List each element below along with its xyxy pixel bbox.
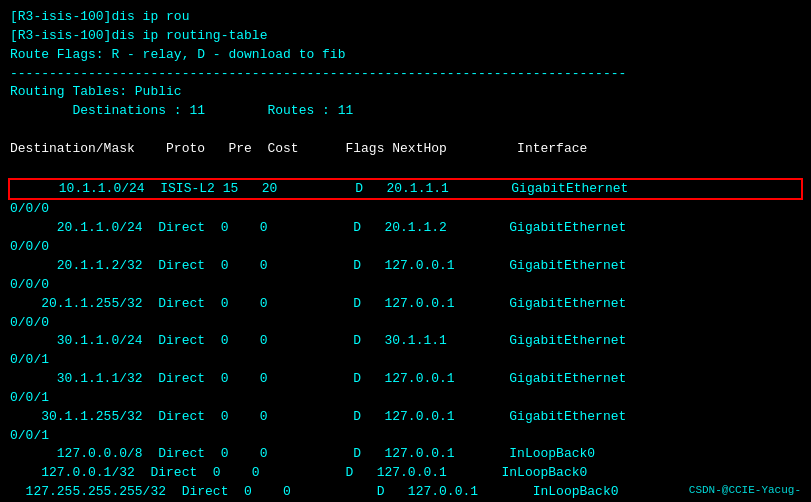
table-header: Destination/Mask Proto Pre Cost Flags Ne…: [10, 140, 801, 159]
terminal-line: [R3-isis-100]dis ip rou: [10, 8, 801, 27]
terminal-line: 0/0/0: [10, 314, 801, 333]
terminal-line: 30.1.1.1/32 Direct 0 0 D 127.0.0.1 Gigab…: [10, 370, 801, 389]
terminal-line: Destinations : 11 Routes : 11: [10, 102, 801, 121]
terminal-content: [R3-isis-100]dis ip rou[R3-isis-100]dis …: [10, 8, 801, 502]
terminal-line: 0/0/0: [10, 238, 801, 257]
terminal-line: 30.1.1.255/32 Direct 0 0 D 127.0.0.1 Gig…: [10, 408, 801, 427]
watermark: CSDN-@CCIE-Yacug-: [689, 484, 801, 496]
terminal-line: 127.255.255.255/32 Direct 0 0 D 127.0.0.…: [10, 483, 801, 502]
terminal-line: ----------------------------------------…: [10, 65, 801, 84]
terminal-line: 30.1.1.0/24 Direct 0 0 D 30.1.1.1 Gigabi…: [10, 332, 801, 351]
terminal-line: Routing Tables: Public: [10, 83, 801, 102]
terminal-line: [R3-isis-100]dis ip routing-table: [10, 27, 801, 46]
terminal-line: 0/0/0: [10, 200, 801, 219]
terminal-line: 0/0/1: [10, 389, 801, 408]
terminal-line: 20.1.1.255/32 Direct 0 0 D 127.0.0.1 Gig…: [10, 295, 801, 314]
terminal-line: 20.1.1.2/32 Direct 0 0 D 127.0.0.1 Gigab…: [10, 257, 801, 276]
terminal-line: 0/0/1: [10, 351, 801, 370]
terminal-window: [R3-isis-100]dis ip rou[R3-isis-100]dis …: [0, 0, 811, 502]
terminal-line: 0/0/1: [10, 427, 801, 446]
terminal-line: 20.1.1.0/24 Direct 0 0 D 20.1.1.2 Gigabi…: [10, 219, 801, 238]
terminal-line: 127.0.0.1/32 Direct 0 0 D 127.0.0.1 InLo…: [10, 464, 801, 483]
terminal-line: [10, 121, 801, 140]
terminal-line: 127.0.0.0/8 Direct 0 0 D 127.0.0.1 InLoo…: [10, 445, 801, 464]
terminal-line: Route Flags: R - relay, D - download to …: [10, 46, 801, 65]
highlighted-route-row: 10.1.1.0/24 ISIS-L2 15 20 D 20.1.1.1 Gig…: [8, 178, 803, 201]
terminal-line: [10, 159, 801, 178]
terminal-line: 0/0/0: [10, 276, 801, 295]
